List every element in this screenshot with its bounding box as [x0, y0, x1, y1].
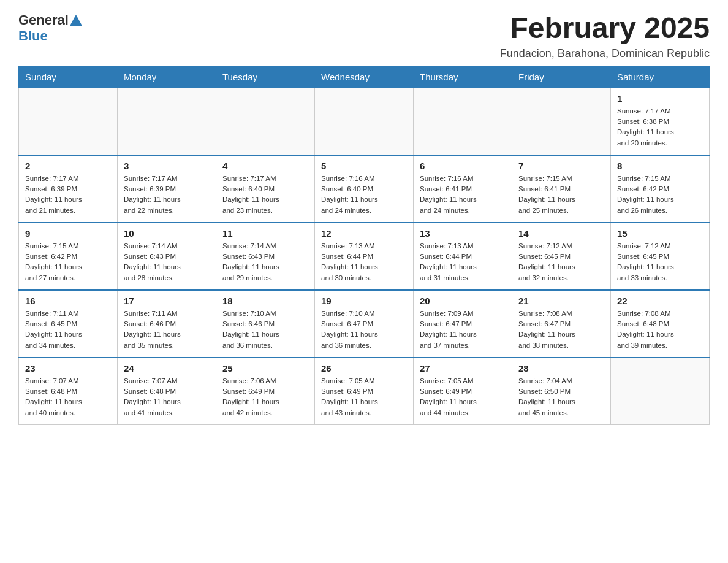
day-number: 3	[124, 161, 210, 171]
day-number: 26	[321, 363, 407, 373]
col-saturday: Saturday	[611, 66, 710, 88]
calendar-week-row-1: 1Sunrise: 7:17 AMSunset: 6:38 PMDaylight…	[19, 88, 710, 155]
day-info: Sunrise: 7:11 AMSunset: 6:45 PMDaylight:…	[25, 308, 111, 351]
day-number: 14	[518, 228, 604, 239]
calendar-cell: 23Sunrise: 7:07 AMSunset: 6:48 PMDayligh…	[19, 358, 118, 425]
day-info: Sunrise: 7:04 AMSunset: 6:50 PMDaylight:…	[518, 376, 604, 418]
day-info: Sunrise: 7:15 AMSunset: 6:41 PMDaylight:…	[518, 174, 604, 216]
calendar-cell: 6Sunrise: 7:16 AMSunset: 6:41 PMDaylight…	[414, 155, 512, 223]
calendar-cell: 17Sunrise: 7:11 AMSunset: 6:46 PMDayligh…	[118, 290, 216, 358]
day-info: Sunrise: 7:07 AMSunset: 6:48 PMDaylight:…	[25, 376, 111, 418]
title-section: February 2025 Fundacion, Barahona, Domin…	[500, 12, 710, 60]
day-number: 16	[25, 296, 111, 306]
calendar-cell: 5Sunrise: 7:16 AMSunset: 6:40 PMDaylight…	[315, 155, 414, 223]
day-info: Sunrise: 7:17 AMSunset: 6:38 PMDaylight:…	[617, 106, 703, 148]
col-wednesday: Wednesday	[315, 66, 414, 88]
calendar-cell: 22Sunrise: 7:08 AMSunset: 6:48 PMDayligh…	[611, 290, 710, 358]
logo-general-text: General	[18, 12, 69, 28]
day-info: Sunrise: 7:07 AMSunset: 6:48 PMDaylight:…	[124, 376, 210, 418]
day-info: Sunrise: 7:09 AMSunset: 6:47 PMDaylight:…	[420, 308, 506, 351]
day-number: 23	[25, 363, 111, 373]
day-info: Sunrise: 7:10 AMSunset: 6:46 PMDaylight:…	[222, 308, 308, 351]
day-info: Sunrise: 7:17 AMSunset: 6:39 PMDaylight:…	[124, 174, 210, 216]
day-number: 4	[222, 161, 308, 171]
day-info: Sunrise: 7:06 AMSunset: 6:49 PMDaylight:…	[222, 376, 308, 418]
day-info: Sunrise: 7:10 AMSunset: 6:47 PMDaylight:…	[321, 308, 407, 351]
day-number: 18	[222, 296, 308, 306]
calendar-cell: 21Sunrise: 7:08 AMSunset: 6:47 PMDayligh…	[512, 290, 611, 358]
day-number: 22	[617, 296, 703, 306]
calendar-cell: 11Sunrise: 7:14 AMSunset: 6:43 PMDayligh…	[216, 223, 315, 290]
day-number: 21	[518, 296, 604, 306]
calendar-cell: 25Sunrise: 7:06 AMSunset: 6:49 PMDayligh…	[216, 358, 315, 425]
location-subtitle: Fundacion, Barahona, Dominican Republic	[500, 47, 710, 60]
day-number: 1	[617, 93, 703, 104]
calendar-header-row: Sunday Monday Tuesday Wednesday Thursday…	[19, 66, 710, 88]
day-number: 12	[321, 228, 407, 239]
day-number: 19	[321, 296, 407, 306]
day-info: Sunrise: 7:13 AMSunset: 6:44 PMDaylight:…	[420, 241, 506, 283]
day-number: 6	[420, 161, 506, 171]
calendar-cell: 13Sunrise: 7:13 AMSunset: 6:44 PMDayligh…	[414, 223, 512, 290]
month-title: February 2025	[500, 12, 710, 45]
calendar-cell	[19, 88, 118, 155]
day-number: 8	[617, 161, 703, 171]
calendar-cell	[512, 88, 611, 155]
calendar-cell: 1Sunrise: 7:17 AMSunset: 6:38 PMDaylight…	[611, 88, 710, 155]
day-number: 5	[321, 161, 407, 171]
day-number: 17	[124, 296, 210, 306]
col-friday: Friday	[512, 66, 611, 88]
calendar-cell: 12Sunrise: 7:13 AMSunset: 6:44 PMDayligh…	[315, 223, 414, 290]
col-sunday: Sunday	[19, 66, 118, 88]
calendar-cell: 26Sunrise: 7:05 AMSunset: 6:49 PMDayligh…	[315, 358, 414, 425]
day-info: Sunrise: 7:11 AMSunset: 6:46 PMDaylight:…	[124, 308, 210, 351]
calendar-cell: 19Sunrise: 7:10 AMSunset: 6:47 PMDayligh…	[315, 290, 414, 358]
day-number: 7	[518, 161, 604, 171]
day-number: 24	[124, 363, 210, 373]
day-info: Sunrise: 7:17 AMSunset: 6:40 PMDaylight:…	[222, 174, 308, 216]
calendar-cell: 28Sunrise: 7:04 AMSunset: 6:50 PMDayligh…	[512, 358, 611, 425]
day-number: 9	[25, 228, 111, 239]
day-number: 27	[420, 363, 506, 373]
day-info: Sunrise: 7:05 AMSunset: 6:49 PMDaylight:…	[321, 376, 407, 418]
col-thursday: Thursday	[414, 66, 512, 88]
calendar-cell	[414, 88, 512, 155]
day-info: Sunrise: 7:16 AMSunset: 6:41 PMDaylight:…	[420, 174, 506, 216]
day-number: 20	[420, 296, 506, 306]
day-number: 13	[420, 228, 506, 239]
day-info: Sunrise: 7:15 AMSunset: 6:42 PMDaylight:…	[617, 174, 703, 216]
calendar-cell: 16Sunrise: 7:11 AMSunset: 6:45 PMDayligh…	[19, 290, 118, 358]
day-number: 11	[222, 228, 308, 239]
calendar-table: Sunday Monday Tuesday Wednesday Thursday…	[18, 66, 710, 426]
logo-blue-text: Blue	[18, 28, 48, 44]
day-info: Sunrise: 7:12 AMSunset: 6:45 PMDaylight:…	[518, 241, 604, 283]
col-tuesday: Tuesday	[216, 66, 315, 88]
calendar-cell: 10Sunrise: 7:14 AMSunset: 6:43 PMDayligh…	[118, 223, 216, 290]
calendar-cell: 14Sunrise: 7:12 AMSunset: 6:45 PMDayligh…	[512, 223, 611, 290]
day-info: Sunrise: 7:05 AMSunset: 6:49 PMDaylight:…	[420, 376, 506, 418]
day-number: 28	[518, 363, 604, 373]
calendar-cell: 2Sunrise: 7:17 AMSunset: 6:39 PMDaylight…	[19, 155, 118, 223]
calendar-week-row-5: 23Sunrise: 7:07 AMSunset: 6:48 PMDayligh…	[19, 358, 710, 425]
calendar-cell: 7Sunrise: 7:15 AMSunset: 6:41 PMDaylight…	[512, 155, 611, 223]
day-number: 10	[124, 228, 210, 239]
calendar-cell	[611, 358, 710, 425]
day-info: Sunrise: 7:13 AMSunset: 6:44 PMDaylight:…	[321, 241, 407, 283]
day-number: 25	[222, 363, 308, 373]
calendar-cell: 9Sunrise: 7:15 AMSunset: 6:42 PMDaylight…	[19, 223, 118, 290]
calendar-cell	[118, 88, 216, 155]
calendar-week-row-2: 2Sunrise: 7:17 AMSunset: 6:39 PMDaylight…	[19, 155, 710, 223]
day-info: Sunrise: 7:14 AMSunset: 6:43 PMDaylight:…	[124, 241, 210, 283]
day-info: Sunrise: 7:17 AMSunset: 6:39 PMDaylight:…	[25, 174, 111, 216]
calendar-cell	[315, 88, 414, 155]
day-info: Sunrise: 7:16 AMSunset: 6:40 PMDaylight:…	[321, 174, 407, 216]
calendar-cell: 8Sunrise: 7:15 AMSunset: 6:42 PMDaylight…	[611, 155, 710, 223]
logo-triangle-icon	[70, 15, 82, 26]
calendar-cell: 20Sunrise: 7:09 AMSunset: 6:47 PMDayligh…	[414, 290, 512, 358]
day-info: Sunrise: 7:08 AMSunset: 6:48 PMDaylight:…	[617, 308, 703, 351]
day-info: Sunrise: 7:08 AMSunset: 6:47 PMDaylight:…	[518, 308, 604, 351]
calendar-cell: 4Sunrise: 7:17 AMSunset: 6:40 PMDaylight…	[216, 155, 315, 223]
calendar-week-row-3: 9Sunrise: 7:15 AMSunset: 6:42 PMDaylight…	[19, 223, 710, 290]
day-info: Sunrise: 7:12 AMSunset: 6:45 PMDaylight:…	[617, 241, 703, 283]
day-info: Sunrise: 7:15 AMSunset: 6:42 PMDaylight:…	[25, 241, 111, 283]
